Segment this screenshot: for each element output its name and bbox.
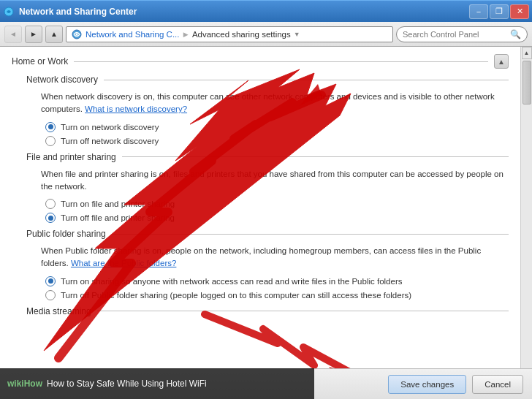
netdisc-desc: When network discovery is on, this compu… <box>41 91 509 116</box>
close-button[interactable]: ✕ <box>510 4 529 19</box>
network-discovery-content: Network discovery When network discovery… <box>12 75 509 146</box>
section-line-pf <box>112 234 509 235</box>
scrollbar[interactable]: ▲ ▼ <box>520 47 532 399</box>
search-icon[interactable]: 🔍 <box>510 29 521 39</box>
breadcrumb-dropdown-icon[interactable]: ▼ <box>294 31 300 38</box>
scroll-up-button[interactable]: ▲ <box>522 47 532 59</box>
section-title-pf: Public folder sharing <box>26 229 106 239</box>
netdisc-radio-on-label: Turn on network discovery <box>61 123 159 132</box>
scroll-track[interactable] <box>521 59 532 387</box>
fp-radio-off-label: Turn off file and printer sharing <box>61 213 175 222</box>
wikihow-bar: wikiHow How to Stay Safe While Using Hot… <box>0 368 314 399</box>
title-bar-controls: − ❐ ✕ <box>469 4 529 19</box>
section-title-netdisc: Network discovery <box>26 75 98 85</box>
minimize-button[interactable]: − <box>469 4 488 19</box>
file-printer-content: File and printer sharing When file and p… <box>12 152 509 224</box>
fp-inner: When file and printer sharing is on, fil… <box>26 168 509 224</box>
pf-radio-off-label: Turn off Public folder sharing (people l… <box>61 291 411 300</box>
network-icon <box>71 28 83 40</box>
fp-desc: When file and printer sharing is on, fil… <box>41 168 509 194</box>
section-header-media: Media streaming <box>26 306 509 316</box>
pf-radio-off[interactable]: Turn off Public folder sharing (people l… <box>45 290 509 300</box>
fp-radio-group: Turn on file and printer sharing Turn of… <box>41 199 509 223</box>
pf-inner: When Public folder sharing is on, people… <box>26 245 509 300</box>
section-header-fp: File and printer sharing <box>26 152 509 162</box>
netdisc-radio-off[interactable]: Turn off network discovery <box>45 136 509 146</box>
section-title-home: Home or Work <box>12 56 68 66</box>
breadcrumb-item-2: Advanced sharing settings <box>192 30 291 39</box>
wikihow-logo: wikiHow <box>7 379 42 389</box>
up-button[interactable]: ▲ <box>45 26 63 43</box>
pf-radio-on-label: Turn on sharing so anyone with network a… <box>61 277 403 286</box>
content-panel: Home or Work ▲ Network discovery When ne… <box>0 47 520 399</box>
breadcrumb-sep-1: ► <box>181 30 189 39</box>
collapse-button-home[interactable]: ▲ <box>494 54 509 69</box>
netdisc-radio-group: Turn on network discovery Turn off netwo… <box>41 122 509 146</box>
section-line-media <box>97 311 509 311</box>
fp-radio-off[interactable]: Turn off file and printer sharing <box>45 213 509 223</box>
netdisc-inner: When network discovery is on, this compu… <box>26 91 509 146</box>
section-line <box>74 61 488 62</box>
section-title-fp: File and printer sharing <box>26 152 116 162</box>
restore-button[interactable]: ❐ <box>490 4 509 19</box>
pf-link[interactable]: What are the Public folders? <box>71 259 176 267</box>
netdisc-radio-on[interactable]: Turn on network discovery <box>45 122 509 132</box>
fp-radio-on[interactable]: Turn on file and printer sharing <box>45 199 509 209</box>
fp-radio-off-circle <box>45 213 56 223</box>
cancel-button[interactable]: Cancel <box>472 375 523 394</box>
netdisc-radio-on-dot <box>48 124 53 129</box>
title-bar-left: Network and Sharing Center <box>3 6 137 18</box>
breadcrumb[interactable]: Network and Sharing C... ► Advanced shar… <box>66 26 393 42</box>
address-bar: ◄ ► ▲ Network and Sharing C... ► Advance… <box>0 22 532 47</box>
fp-radio-on-circle <box>45 199 56 209</box>
main-area: Home or Work ▲ Network discovery When ne… <box>0 47 532 399</box>
save-changes-button[interactable]: Save changes <box>388 375 466 394</box>
section-header-netdisc: Network discovery <box>26 75 509 85</box>
wikihow-title: How to Stay Safe While Using Hotel WiFi <box>47 379 207 389</box>
window-icon <box>3 6 15 18</box>
section-header-home: Home or Work ▲ <box>12 54 509 69</box>
fp-radio-on-label: Turn on file and printer sharing <box>61 200 175 208</box>
netdisc-link[interactable]: What is network discovery? <box>85 104 187 113</box>
search-input[interactable] <box>403 30 507 39</box>
section-title-media: Media streaming <box>26 306 91 316</box>
netdisc-radio-on-circle <box>45 122 56 132</box>
section-line-fp <box>122 156 509 157</box>
pf-radio-on[interactable]: Turn on sharing so anyone with network a… <box>45 276 509 286</box>
netdisc-radio-off-circle <box>45 136 56 146</box>
pf-radio-on-dot <box>48 278 53 284</box>
netdisc-radio-off-label: Turn off network discovery <box>61 137 159 145</box>
search-box[interactable]: 🔍 <box>396 26 528 42</box>
forward-button[interactable]: ► <box>25 26 42 43</box>
svg-point-2 <box>76 33 78 35</box>
scroll-thumb[interactable] <box>522 61 531 104</box>
pf-radio-off-circle <box>45 290 56 300</box>
section-header-pf: Public folder sharing <box>26 229 509 239</box>
public-folder-content: Public folder sharing When Public folder… <box>12 229 509 300</box>
title-bar: Network and Sharing Center − ❐ ✕ <box>0 0 532 22</box>
media-streaming-content: Media streaming <box>12 306 509 316</box>
pf-radio-group: Turn on sharing so anyone with network a… <box>41 276 509 300</box>
pf-desc: When Public folder sharing is on, people… <box>41 245 509 270</box>
home-or-work-section: Home or Work ▲ Network discovery When ne… <box>12 54 509 316</box>
back-button[interactable]: ◄ <box>4 26 22 43</box>
pf-radio-on-circle <box>45 276 56 286</box>
title-text: Network and Sharing Center <box>19 7 137 17</box>
fp-radio-off-dot <box>48 216 53 221</box>
section-line-netdisc <box>104 80 509 80</box>
breadcrumb-item-1[interactable]: Network and Sharing C... <box>86 30 179 39</box>
